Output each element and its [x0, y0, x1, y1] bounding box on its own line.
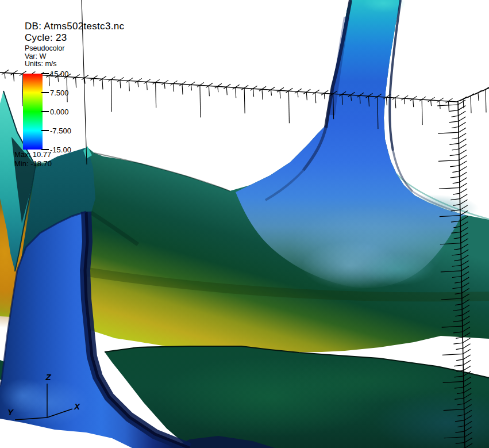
- funnel-fan-glow3: [361, 253, 436, 285]
- triad-z-label: Z: [45, 372, 51, 382]
- triad-x-label: X: [74, 401, 80, 411]
- render-viewport[interactable]: Z Y X: [0, 0, 489, 448]
- isosurface-scene: [0, 0, 489, 448]
- visit-render-window: Z Y X DB: Atms502testc3.nc Cycle: 23 Pse…: [0, 0, 489, 448]
